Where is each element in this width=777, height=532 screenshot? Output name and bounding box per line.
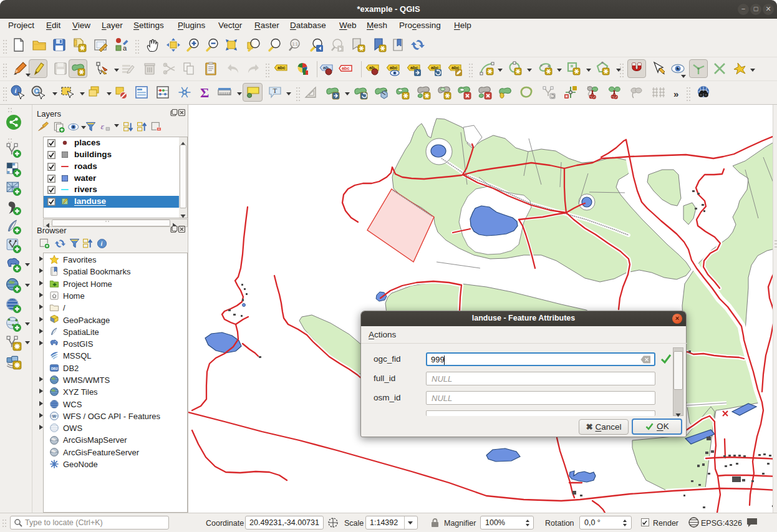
svg-text:DB2: DB2: [51, 367, 58, 370]
svg-text:abc: abc: [390, 65, 398, 70]
svg-text:1:1: 1:1: [292, 42, 298, 46]
svg-text:i: i: [101, 240, 103, 247]
svg-text:W: W: [52, 414, 57, 418]
svg-text:abc: abc: [278, 65, 286, 70]
svg-text:T: T: [273, 87, 278, 94]
svg-text:ε: ε: [100, 122, 104, 131]
svg-text:Σ: Σ: [200, 85, 209, 100]
svg-text:abc: abc: [342, 65, 350, 71]
svg-text:a: a: [123, 44, 127, 52]
